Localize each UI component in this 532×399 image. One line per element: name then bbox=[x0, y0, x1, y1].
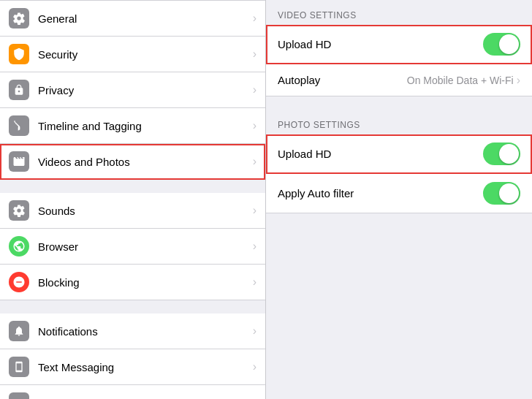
right-settings-panel: VIDEO SETTINGSUpload HDAutoplayOn Mobile… bbox=[266, 0, 532, 399]
settings-row-video-upload-hd-label: Upload HD bbox=[278, 38, 483, 50]
timeline-icon bbox=[9, 115, 29, 136]
privacy-icon bbox=[9, 80, 29, 100]
menu-item-general-label: General bbox=[38, 12, 250, 25]
menu-item-textmessaging[interactable]: Text Messaging› bbox=[0, 349, 265, 385]
menu-item-videos-chevron: › bbox=[253, 155, 256, 168]
menu-item-security[interactable]: Security› bbox=[0, 37, 265, 72]
settings-row-photo-auto-filter: Apply Auto filter bbox=[266, 174, 532, 213]
menu-item-privacy-chevron: › bbox=[253, 83, 256, 96]
menu-item-textmessaging-chevron: › bbox=[253, 360, 256, 373]
menu-item-security-label: Security bbox=[38, 48, 250, 61]
menu-item-general-chevron: › bbox=[253, 12, 256, 25]
menu-item-timeline-label: Timeline and Tagging bbox=[38, 120, 250, 132]
menu-item-blocking-chevron: › bbox=[253, 276, 256, 289]
section-separator bbox=[266, 96, 532, 110]
menu-item-timeline-chevron: › bbox=[253, 119, 256, 132]
menu-item-followers-label: Followers bbox=[38, 397, 250, 400]
menu-item-blocking-label: Blocking bbox=[38, 276, 250, 289]
settings-row-photo-auto-filter-label: Apply Auto filter bbox=[278, 187, 483, 200]
section-title-1: PHOTO SETTINGS bbox=[266, 110, 532, 134]
menu-item-notifications-label: Notifications bbox=[38, 325, 250, 338]
menu-item-blocking[interactable]: Blocking› bbox=[0, 265, 265, 300]
menu-item-sounds[interactable]: Sounds› bbox=[0, 193, 265, 229]
menu-item-notifications[interactable]: Notifications› bbox=[0, 314, 265, 349]
menu-item-sounds-label: Sounds bbox=[38, 205, 250, 217]
toggle-video-upload-hd[interactable] bbox=[483, 33, 520, 56]
followers-icon bbox=[9, 392, 29, 399]
menu-item-privacy[interactable]: Privacy› bbox=[0, 72, 265, 108]
menu-item-timeline[interactable]: Timeline and Tagging› bbox=[0, 108, 265, 144]
left-menu-panel: General›Security›Privacy›Timeline and Ta… bbox=[0, 0, 265, 399]
textmessaging-icon bbox=[9, 357, 29, 377]
blocking-icon bbox=[9, 272, 29, 292]
menu-item-followers-chevron: › bbox=[253, 396, 256, 399]
menu-item-browser[interactable]: Browser› bbox=[0, 229, 265, 265]
settings-row-video-autoplay-value: On Mobile Data + Wi-Fi bbox=[407, 75, 514, 86]
menu-item-sounds-chevron: › bbox=[253, 204, 256, 217]
settings-row-video-autoplay-label: Autoplay bbox=[278, 74, 407, 86]
settings-row-video-upload-hd: Upload HD bbox=[266, 25, 532, 64]
general-icon bbox=[9, 8, 29, 28]
toggle-photo-upload-hd[interactable] bbox=[483, 142, 520, 165]
settings-row-video-autoplay-chevron: › bbox=[517, 74, 520, 87]
menu-item-videos-label: Videos and Photos bbox=[38, 156, 250, 168]
menu-item-textmessaging-label: Text Messaging bbox=[38, 361, 250, 373]
settings-row-video-autoplay: AutoplayOn Mobile Data + Wi-Fi› bbox=[266, 64, 532, 96]
menu-item-privacy-label: Privacy bbox=[38, 84, 250, 96]
settings-row-photo-upload-hd-label: Upload HD bbox=[278, 148, 483, 160]
menu-item-general[interactable]: General› bbox=[0, 0, 265, 37]
notifications-icon bbox=[9, 321, 29, 341]
section-title-0: VIDEO SETTINGS bbox=[266, 0, 532, 25]
menu-item-notifications-chevron: › bbox=[253, 324, 256, 338]
browser-icon bbox=[9, 236, 29, 256]
menu-item-browser-chevron: › bbox=[253, 240, 256, 253]
menu-item-videos[interactable]: Videos and Photos› bbox=[0, 144, 265, 180]
settings-row-photo-upload-hd: Upload HD bbox=[266, 134, 532, 174]
section-gap bbox=[0, 300, 265, 314]
videos-icon bbox=[9, 151, 29, 172]
section-gap bbox=[0, 180, 265, 193]
sounds-icon bbox=[9, 200, 29, 221]
menu-item-browser-label: Browser bbox=[38, 240, 250, 253]
toggle-photo-auto-filter[interactable] bbox=[483, 182, 520, 205]
menu-item-security-chevron: › bbox=[253, 48, 256, 61]
security-icon bbox=[9, 44, 29, 64]
menu-item-followers[interactable]: Followers› bbox=[0, 385, 265, 399]
